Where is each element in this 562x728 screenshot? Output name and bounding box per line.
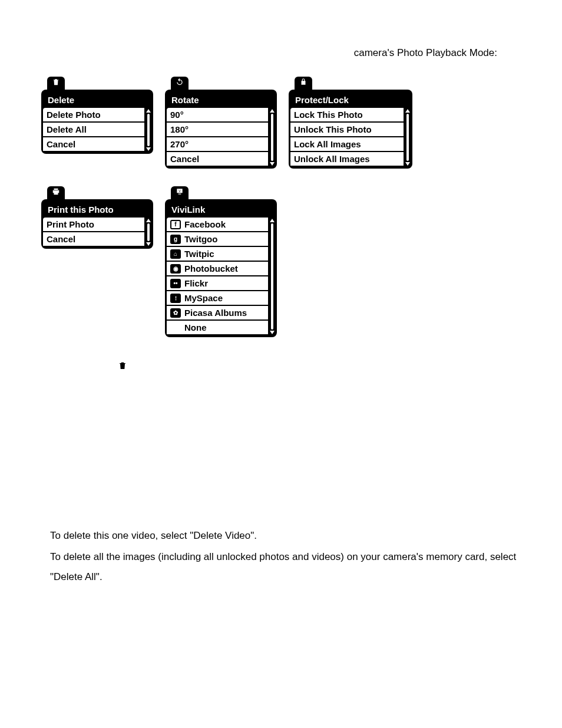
menu-title-protect: Protect/Lock <box>290 91 411 108</box>
menu-item-none[interactable]: None <box>167 321 268 335</box>
print-icon <box>52 187 60 198</box>
scroll-thumb[interactable] <box>147 223 150 241</box>
body-text: To delete this one video, select "Delete… <box>50 526 521 587</box>
body-p1: To delete this one video, select "Delete… <box>50 526 521 546</box>
label: Flickr <box>184 278 208 288</box>
menu-item-twitpic[interactable]: ⌂ Twitpic <box>167 247 268 262</box>
menu-print: Print this Photo Print Photo Cancel <box>41 186 153 249</box>
arrow-down-icon <box>146 242 151 246</box>
arrow-up-icon <box>146 109 151 113</box>
trash-icon <box>52 78 60 88</box>
label: Photobucket <box>184 263 238 274</box>
inline-trash-icon <box>118 361 521 373</box>
tab-delete <box>47 77 65 90</box>
scroll-thumb[interactable] <box>271 114 273 161</box>
menu-item-180[interactable]: 180° <box>167 123 268 137</box>
menu-item-print-photo[interactable]: Print Photo <box>43 218 144 232</box>
menu-item-myspace[interactable]: ⫶ MySpace <box>167 291 268 306</box>
menu-item-lock-all[interactable]: Lock All Images <box>290 137 404 152</box>
menu-protect: Protect/Lock Lock This Photo Unlock This… <box>289 77 412 169</box>
menu-title-rotate: Rotate <box>167 91 275 108</box>
arrow-up-icon <box>270 109 275 113</box>
scroll-thumb[interactable] <box>147 114 150 146</box>
arrow-down-icon <box>270 331 275 334</box>
menu-item-flickr[interactable]: •• Flickr <box>167 276 268 291</box>
menu-item-270[interactable]: 270° <box>167 137 268 152</box>
header-text: camera's Photo Playback Mode: <box>41 47 521 59</box>
label: None <box>184 322 207 332</box>
flickr-icon: •• <box>170 279 181 288</box>
menu-item-facebook[interactable]: f Facebook <box>167 218 268 232</box>
menu-item-delete-all[interactable]: Delete All <box>43 123 144 137</box>
label: Twitpic <box>184 249 214 259</box>
lock-icon <box>299 78 308 88</box>
menu-item-90[interactable]: 90° <box>167 108 268 123</box>
arrow-up-icon <box>146 219 151 222</box>
scroll-thumb[interactable] <box>406 114 409 161</box>
menu-title-vivilink: ViviLink <box>167 201 275 218</box>
tab-print <box>47 186 65 199</box>
menu-item-delete-photo[interactable]: Delete Photo <box>43 108 144 123</box>
scrollbar[interactable] <box>405 109 410 166</box>
scrollbar[interactable] <box>270 109 275 166</box>
tab-rotate <box>171 77 189 90</box>
menus-row-2: Print this Photo Print Photo Cancel V Vi… <box>41 186 521 337</box>
arrow-down-icon <box>270 162 275 166</box>
svg-text:V: V <box>178 189 181 193</box>
menu-item-cancel[interactable]: Cancel <box>43 137 144 152</box>
menu-item-photobucket[interactable]: ◉ Photobucket <box>167 262 268 276</box>
label: Picasa Albums <box>184 308 247 318</box>
menu-item-twitgoo[interactable]: g Twitgoo <box>167 232 268 247</box>
menu-rotate: Rotate 90° 180° 270° Cancel <box>165 77 277 169</box>
tab-lock <box>295 77 312 90</box>
label: Facebook <box>184 219 226 229</box>
tab-vivilink: V <box>171 186 189 199</box>
twitgoo-icon: g <box>170 235 181 244</box>
menu-item-cancel[interactable]: Cancel <box>167 152 268 167</box>
menu-vivilink: V ViviLink f Facebook g Twitgoo ⌂ Twitpi… <box>165 186 277 337</box>
arrow-up-icon <box>405 109 410 113</box>
label: MySpace <box>184 293 223 303</box>
menu-item-picasa[interactable]: ✿ Picasa Albums <box>167 306 268 321</box>
trash-icon <box>118 361 127 370</box>
body-p2: To delete all the images (including all … <box>50 547 521 587</box>
rotate-icon <box>176 78 184 88</box>
picasa-icon: ✿ <box>170 308 181 318</box>
arrow-down-icon <box>405 162 410 166</box>
arrow-down-icon <box>146 147 151 151</box>
scrollbar[interactable] <box>270 219 275 334</box>
facebook-icon: f <box>170 220 181 229</box>
scroll-thumb[interactable] <box>271 223 273 330</box>
scrollbar[interactable] <box>146 219 151 246</box>
menu-item-cancel[interactable]: Cancel <box>43 232 144 247</box>
photobucket-icon: ◉ <box>170 264 181 274</box>
menu-title-print: Print this Photo <box>43 201 151 218</box>
myspace-icon: ⫶ <box>170 294 181 303</box>
menu-item-unlock-all[interactable]: Unlock All Images <box>290 152 404 167</box>
menu-title-delete: Delete <box>43 91 151 108</box>
menu-delete: Delete Delete Photo Delete All Cancel <box>41 77 153 154</box>
menu-item-unlock-this[interactable]: Unlock This Photo <box>290 123 404 137</box>
arrow-up-icon <box>270 219 275 222</box>
vivilink-icon: V <box>176 187 184 198</box>
scrollbar[interactable] <box>146 109 151 151</box>
menu-item-lock-this[interactable]: Lock This Photo <box>290 108 404 123</box>
twitpic-icon: ⌂ <box>170 249 181 259</box>
label: Twitgoo <box>184 234 217 244</box>
menus-row-1: Delete Delete Photo Delete All Cancel Ro… <box>41 77 521 169</box>
